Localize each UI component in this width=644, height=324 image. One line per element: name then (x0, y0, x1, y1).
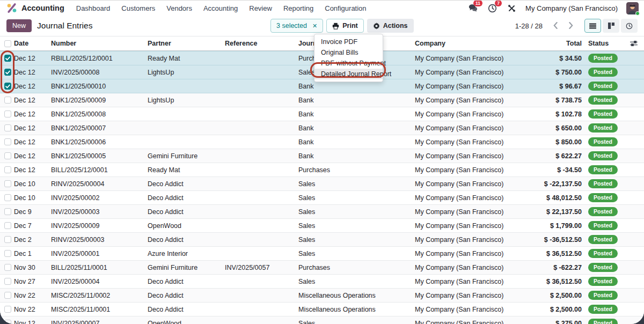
print-menu-item[interactable]: Original Bills (314, 47, 383, 58)
cell-total: $ 2,500.00 (530, 292, 588, 299)
activity-view-button[interactable] (621, 19, 638, 33)
row-checkbox[interactable] (4, 97, 11, 104)
app-name[interactable]: Accounting (21, 4, 64, 12)
row-checkbox[interactable] (4, 306, 11, 313)
table-row[interactable]: Dec 12 BNK1/2025/00005 Gemini Furniture … (0, 149, 644, 163)
actions-button[interactable]: Actions (367, 19, 414, 33)
cell-date: Dec 1 (14, 250, 51, 257)
row-checkbox[interactable] (4, 166, 11, 173)
row-checkbox[interactable] (4, 264, 11, 271)
table-row[interactable]: Dec 1 INV/2025/00001 Azure Interior Sale… (0, 246, 644, 260)
table-row[interactable]: Nov 12 INV/2025/00007 OpenWood Sales My … (0, 316, 644, 324)
status-badge: Posted (588, 319, 618, 324)
table-row[interactable]: Nov 27 INV/2025/00004 Deco Addict Sales … (0, 274, 644, 288)
cell-company: My Company (San Francisco) (415, 152, 530, 160)
row-checkbox[interactable] (4, 222, 11, 229)
cell-number: INV/2025/00001 (51, 250, 148, 257)
column-header-reference[interactable]: Reference (225, 40, 298, 47)
row-checkbox[interactable] (4, 138, 11, 145)
table-row[interactable]: Nov 22 MISC/2025/11/0002 Deco Addict Mis… (0, 288, 644, 302)
status-badge: Posted (588, 109, 618, 119)
print-menu-item[interactable]: Detailed Journal Report (314, 69, 383, 79)
table-row[interactable]: Dec 12 BNK1/2025/00008 Bank My Company (… (0, 107, 644, 121)
table-row[interactable]: Dec 7 INV/2025/00009 OpenWood Sales My C… (0, 218, 644, 232)
row-checkbox[interactable] (4, 124, 11, 131)
pager-previous-icon[interactable] (549, 19, 562, 32)
nav-menu-item[interactable]: Vendors (166, 4, 192, 12)
column-header-company[interactable]: Company (415, 40, 530, 47)
nav-menu-item[interactable]: Customers (121, 4, 155, 12)
table-row[interactable]: Dec 2 RINV/2025/00003 Deco Addict Sales … (0, 232, 644, 246)
row-checkbox[interactable] (4, 250, 11, 257)
accounting-app-icon[interactable] (6, 3, 17, 13)
cell-partner: OpenWood (148, 320, 225, 324)
row-checkbox[interactable] (4, 208, 11, 215)
column-header-date[interactable]: Date (14, 40, 51, 47)
table-row[interactable]: Dec 12 BNK1/2025/00006 Bank My Company (… (0, 135, 644, 149)
cell-date: Dec 12 (14, 111, 51, 118)
row-checkbox[interactable] (4, 320, 11, 324)
row-checkbox[interactable] (4, 292, 11, 299)
nav-menu-item[interactable]: Configuration (325, 4, 366, 12)
messages-icon[interactable]: 11 (467, 3, 478, 13)
row-checkbox[interactable] (4, 278, 11, 285)
row-checkbox[interactable] (4, 83, 11, 90)
row-checkbox[interactable] (4, 152, 11, 159)
cell-date: Dec 12 (14, 152, 51, 160)
cell-journal: Sales (298, 278, 415, 285)
print-button[interactable]: Print (326, 19, 363, 33)
company-switcher[interactable]: My Company (San Francisco) (525, 4, 618, 12)
row-checkbox[interactable] (4, 180, 11, 187)
table-row[interactable]: Dec 10 RINV/2025/00004 Deco Addict Sales… (0, 176, 644, 190)
table-row[interactable]: Dec 12 BNK1/2025/00007 Bank My Company (… (0, 121, 644, 135)
new-button[interactable]: New (6, 19, 32, 32)
table-row[interactable]: Dec 12 BILL/2025/12/0001 Ready Mat Purch… (0, 163, 644, 176)
row-checkbox[interactable] (4, 236, 11, 243)
print-menu-item[interactable]: PDF without Payment (314, 58, 383, 69)
navbar-right: 11 7 My Company (San Francisco) (467, 2, 639, 14)
nav-menu-item[interactable]: Dashboard (76, 4, 111, 12)
clear-selection-icon[interactable]: ✕ (312, 23, 317, 30)
nav-menu-item[interactable]: Accounting (203, 4, 238, 12)
column-header-number[interactable]: Number (51, 40, 148, 47)
status-badge: Posted (588, 235, 618, 245)
table-row[interactable]: Dec 9 INV/2025/00003 Deco Addict Sales M… (0, 204, 644, 218)
status-badge: Posted (588, 68, 618, 77)
cell-total: $ -622.27 (530, 264, 588, 271)
row-checkbox[interactable] (4, 111, 11, 117)
nav-menu-item[interactable]: Review (249, 4, 272, 12)
column-header-total[interactable]: Total (530, 40, 588, 47)
selected-count-chip[interactable]: 3 selected ✕ (270, 19, 323, 33)
pager-next-icon[interactable] (564, 19, 577, 32)
list-view-button[interactable] (584, 19, 601, 33)
cell-company: My Company (San Francisco) (415, 222, 530, 230)
column-header-partner[interactable]: Partner (148, 40, 225, 47)
activities-clock-icon[interactable]: 7 (487, 3, 497, 13)
cell-total: $ 34.50 (530, 55, 588, 62)
debug-tools-icon[interactable] (506, 3, 517, 13)
status-badge: Posted (588, 221, 618, 231)
gear-icon (373, 23, 380, 30)
optional-columns-icon[interactable] (624, 40, 644, 47)
cell-partner: Gemini Furniture (148, 264, 225, 271)
row-checkbox[interactable] (4, 194, 11, 201)
print-menu-item[interactable]: Invoice PDF (314, 36, 383, 47)
column-header-status[interactable]: Status (588, 40, 624, 47)
table-row[interactable]: Nov 30 BILL/2025/11/0001 Gemini Furnitur… (0, 260, 644, 274)
online-status-dot (635, 11, 640, 16)
row-checkbox[interactable] (4, 69, 11, 76)
table-row[interactable]: Nov 22 MISC/2025/11/0001 Deco Addict Mis… (0, 302, 644, 316)
table-row[interactable]: Dec 12 BNK1/2025/00009 LightsUp Bank My … (0, 93, 644, 107)
row-checkbox[interactable] (4, 55, 11, 62)
user-avatar[interactable] (626, 2, 639, 14)
status-badge: Posted (588, 123, 618, 133)
nav-menu-item[interactable]: Reporting (283, 4, 313, 12)
table-row[interactable]: Dec 10 INV/2025/00002 Deco Addict Sales … (0, 190, 644, 204)
kanban-view-button[interactable] (603, 19, 619, 33)
cell-journal: Bank (298, 124, 415, 132)
cell-date: Dec 12 (14, 55, 51, 62)
cell-total: $ -36,512.50 (530, 236, 588, 244)
cell-company: My Company (San Francisco) (415, 306, 530, 313)
select-all-checkbox[interactable] (4, 40, 11, 47)
cell-date: Dec 10 (14, 194, 51, 202)
